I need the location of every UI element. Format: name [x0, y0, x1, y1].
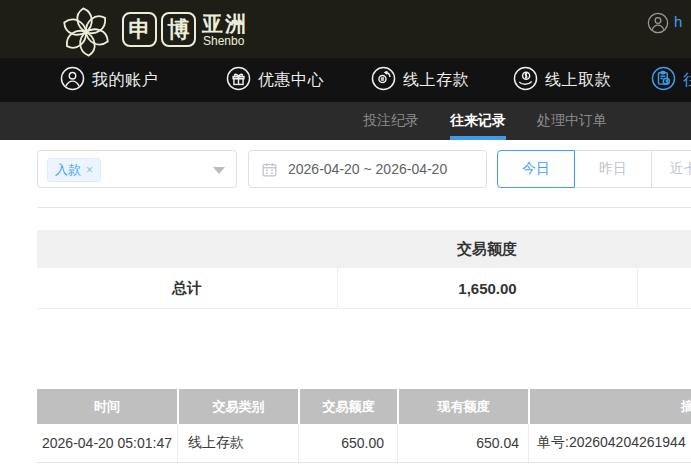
chevron-down-icon: [213, 167, 225, 174]
brand-latin-label: Shenbo: [203, 34, 244, 48]
section-divider: [37, 207, 691, 208]
header-time: 时间: [37, 389, 177, 424]
tab-transaction-records[interactable]: 往来记录: [450, 102, 506, 140]
tag-close-icon[interactable]: ×: [86, 163, 93, 177]
summary-total-label: 总计: [37, 268, 337, 308]
nav-item-label: 线上取款: [545, 70, 611, 91]
gift-icon: [226, 66, 251, 95]
cell-type: 线上存款: [177, 424, 298, 462]
date-range-picker[interactable]: 2026-04-20 ~ 2026-04-20: [248, 150, 487, 188]
tab-betting-records[interactable]: 投注纪录: [363, 102, 419, 140]
date-range-value: 2026-04-20 ~ 2026-04-20: [288, 161, 447, 177]
records-tab-bar: 投注纪录 往来记录 处理中订单: [0, 102, 691, 140]
withdraw-icon: [513, 66, 538, 95]
nav-item-promotions[interactable]: 优惠中心: [226, 58, 324, 102]
summary-total-value: 1,650.00: [337, 268, 637, 308]
main-navigation: 我的账户 优惠中心 线上存款: [0, 58, 691, 102]
brand-char-bo: 博: [161, 12, 196, 47]
records-clipboard-clock-icon: [651, 66, 676, 95]
header-balance: 现有额度: [397, 389, 528, 424]
header-remark: 摘要: [528, 389, 691, 424]
cell-amount: 650.00: [298, 424, 397, 462]
summary-table: 交易额度 总计 1,650.00: [37, 230, 691, 309]
yesterday-button[interactable]: 昨日: [575, 150, 652, 188]
deposit-icon: [371, 66, 396, 95]
records-table: 时间 交易类别 交易额度 现有额度 摘要 2026-04-20 05:01:47…: [37, 389, 691, 463]
quick-date-button-group: 今日 昨日 近七日: [497, 150, 691, 188]
header-amount: 交易额度: [298, 389, 397, 424]
brand-flower-logo-icon: [57, 3, 115, 56]
calendar-icon: [261, 161, 278, 178]
today-button[interactable]: 今日: [497, 150, 575, 188]
nav-item-label: 线上存款: [403, 70, 469, 91]
cell-remark: 单号:202604204261944: [528, 424, 691, 462]
summary-header-empty-2: [637, 230, 691, 268]
user-icon: [60, 66, 85, 95]
table-row: 2026-04-20 05:01:47 线上存款 650.00 650.04 单…: [37, 424, 691, 463]
top-brand-bar: 申 博 亚洲 Shenbo h: [0, 0, 691, 58]
last-7-days-button[interactable]: 近七日: [652, 150, 691, 188]
nav-item-online-withdrawal[interactable]: 线上取款: [513, 58, 611, 102]
nav-item-label: 优惠中心: [258, 70, 324, 91]
nav-item-label: 我的账户: [92, 70, 158, 91]
summary-header-row: 交易额度: [37, 230, 691, 268]
summary-total-row: 总计 1,650.00: [37, 268, 691, 309]
records-header-row: 时间 交易类别 交易额度 现有额度 摘要: [37, 389, 691, 424]
summary-header-amount: 交易额度: [337, 230, 637, 268]
summary-header-empty: [37, 230, 337, 268]
nav-item-transaction-records[interactable]: 往来记录: [651, 58, 691, 102]
cell-balance: 650.04: [397, 424, 528, 462]
selected-type-tag: 入款 ×: [47, 158, 101, 182]
nav-item-online-deposit[interactable]: 线上存款: [371, 58, 469, 102]
brand-char-shen: 申: [122, 12, 157, 47]
cell-time: 2026-04-20 05:01:47: [37, 424, 177, 462]
header-type: 交易类别: [177, 389, 298, 424]
nav-item-label: 往来记录: [683, 70, 691, 91]
summary-empty-cell: [637, 268, 691, 308]
username-label[interactable]: h: [674, 13, 682, 30]
transaction-type-select[interactable]: 入款 ×: [37, 150, 237, 188]
nav-item-my-account[interactable]: 我的账户: [60, 58, 158, 102]
tag-label: 入款: [55, 161, 81, 179]
avatar-icon[interactable]: [647, 12, 669, 34]
tab-pending-orders[interactable]: 处理中订单: [537, 102, 607, 140]
